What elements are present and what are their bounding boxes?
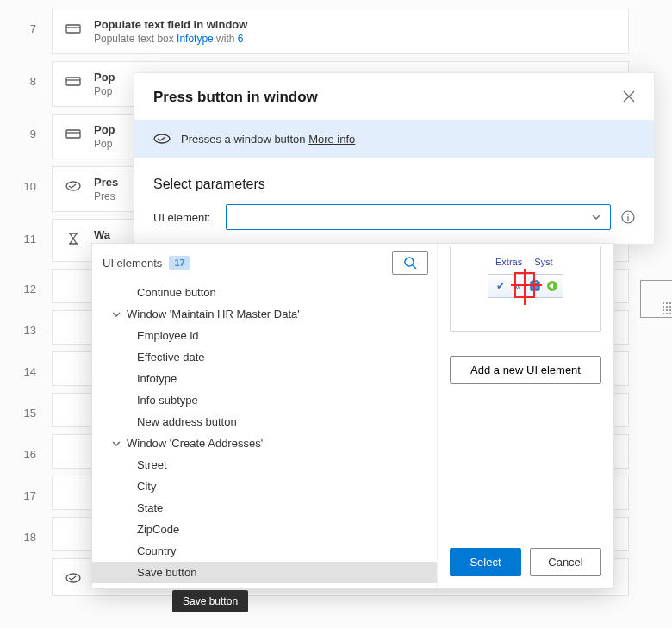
step-subtitle: Populate text box Infotype with 6 [94,33,247,45]
svg-rect-2 [66,130,80,138]
tree-item[interactable]: Infotype [92,368,437,389]
section-title: Select parameters [134,158,654,204]
element-preview: Extras Syst ✔ « [488,252,563,326]
chevron-down-icon [111,309,121,320]
step-title: Wa [94,228,110,241]
step-subtitle: Pop [94,138,115,150]
press-icon [153,132,171,146]
step-title: Pop [94,123,115,136]
add-ui-element-button[interactable]: Add a new UI element [450,356,601,384]
tree-item[interactable]: Effective date [92,346,437,368]
step-title: Pop [94,71,115,84]
tree-item[interactable]: Country [92,540,437,562]
tree-label: Window 'Maintain HR Master Data' [127,308,300,320]
step-number [0,558,52,596]
step-number: 10 [0,166,52,212]
search-icon [403,256,417,270]
tree-item[interactable]: Employee id [92,325,437,346]
step-number: 17 [0,476,52,510]
step-subtitle: Pres [94,190,118,202]
step-number: 11 [0,219,52,262]
step-number: 13 [0,310,52,345]
search-button[interactable] [392,251,428,275]
step-title: Populate text field in window [94,18,247,31]
tree-label: Window 'Create Addresses' [127,437,263,450]
press-icon [65,177,82,195]
step-title: Pres [94,176,118,189]
tree-item[interactable]: City [92,476,437,497]
preview-box: Extras Syst ✔ « [450,246,601,332]
tree-group-header[interactable]: Window 'Maintain HR Master Data' [92,303,437,325]
press-button-dialog: Press button in window Presses a window … [134,72,655,245]
step-number: 15 [0,393,52,427]
step-number: 7 [0,9,52,54]
press-icon [65,569,82,587]
tree-item[interactable]: ZipCode [92,519,437,540]
ui-element-dropdown: UI elements 17 Continue buttonWindow 'Ma… [91,243,614,589]
tree-item[interactable]: New address button [92,411,437,432]
step-number: 18 [0,517,52,551]
tree-item[interactable]: Info subtype [92,389,437,411]
ui-elements-heading: UI elements 17 [103,256,190,270]
ui-element-combobox[interactable] [226,204,611,230]
tree-item[interactable]: Save button [92,562,437,583]
step-card[interactable]: Populate text field in window Populate t… [52,9,629,54]
select-button[interactable]: Select [450,548,521,576]
cancel-button[interactable]: Cancel [530,548,601,576]
wait-icon [65,230,82,247]
step-subtitle: Pop [94,85,115,97]
tree-group-header[interactable]: Window 'Create Addresses' [92,432,437,454]
preview-menu-item: Extras [495,257,522,267]
step-number: 14 [0,351,52,386]
step-number: 9 [0,114,52,159]
chevron-down-icon [111,438,121,449]
rect-icon [65,72,82,90]
info-text: Presses a window button More info [181,133,355,146]
tree-item[interactable]: Continue button [92,282,437,303]
rect-icon [65,20,82,37]
tooltip: Save button [172,590,248,612]
tree-item[interactable]: State [92,497,437,519]
svg-rect-0 [66,25,80,33]
rect-icon [65,125,82,142]
more-info-link[interactable]: More info [308,133,355,146]
close-icon[interactable] [623,90,637,104]
tree-item[interactable]: Street [92,454,437,476]
svg-point-7 [405,258,414,266]
step-number: 12 [0,269,52,303]
step-number: 8 [0,61,52,107]
dialog-title: Press button in window [153,89,318,106]
ui-element-tree: Continue buttonWindow 'Maintain HR Maste… [92,282,437,588]
count-badge: 17 [169,256,190,270]
resize-handle[interactable] [640,280,672,318]
preview-menu-item: Syst [534,257,552,267]
chevron-down-icon [591,212,601,222]
info-icon[interactable] [621,210,635,224]
info-bar: Presses a window button More info [134,120,654,158]
param-label: UI element: [153,211,215,224]
svg-rect-1 [66,78,80,85]
step-number: 16 [0,434,52,469]
